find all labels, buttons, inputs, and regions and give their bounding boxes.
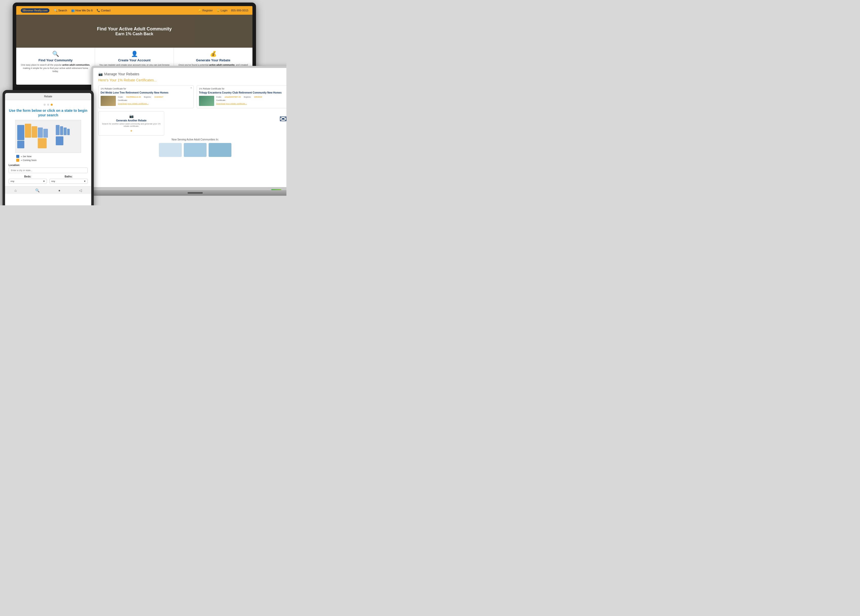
laptop-manage-title: 📷 Manage Your Rebates	[98, 72, 286, 76]
laptop-power-indicator	[271, 189, 281, 190]
state-shape-2	[184, 143, 207, 157]
svg-rect-2	[17, 141, 24, 148]
tablet-bed-bath-row: Beds: Any ▼ Baths: Any ▼	[9, 175, 88, 184]
tablet-back-icon[interactable]: ◁	[79, 189, 82, 192]
beds-chevron-icon: ▼	[43, 180, 45, 182]
legend-serving-label: = Ser Now	[21, 155, 31, 158]
laptop-subtitle: Here's Your 1% Rebate Certificates...	[98, 78, 286, 82]
create-account-icon: 👤	[99, 51, 170, 57]
monitor-card-find: 🔍 Find Your Community One easy place to …	[16, 48, 95, 84]
rebate-download-link-2[interactable]: Download your rebate certificate ↓	[216, 102, 286, 105]
rebate-image-1	[100, 96, 116, 106]
tablet-menu-icon[interactable]: ●	[58, 189, 60, 192]
laptop-device: 📷 Manage Your Rebates Here's Your 1% Reb…	[91, 66, 286, 205]
monitor-login-link[interactable]: 🔓 Login	[217, 9, 228, 12]
monitor-navbar: 5Boomer Realty.com 🔍 Search 👥 How We Do …	[16, 6, 253, 15]
monitor-register-link[interactable]: 🔑 Register	[198, 9, 213, 12]
rebate-expires-val-2: 6/5/2019	[254, 96, 262, 98]
envelope-icon: ✉	[279, 114, 286, 124]
monitor-nav-search[interactable]: 🔍 Search	[54, 9, 67, 12]
legend-serving: = Ser Now	[16, 155, 88, 158]
monitor-hero-line2: Earn 1% Cash Back	[115, 32, 153, 36]
rebate-cert-label-1: Certificate:	[118, 99, 127, 101]
rebate-close-1[interactable]: ×	[190, 86, 192, 89]
tablet-device: Rebate Use the form below or click on a …	[3, 90, 94, 205]
monitor-nav-contact[interactable]: 📞 Contact	[97, 9, 110, 12]
tablet-carousel-dots	[9, 104, 88, 106]
laptop-screen: 📷 Manage Your Rebates Here's Your 1% Reb…	[93, 68, 286, 187]
laptop-base	[86, 190, 286, 196]
us-map-svg	[15, 120, 81, 153]
rebate-code-val-2: a4aafd437007-44	[224, 96, 241, 98]
svg-rect-10	[67, 129, 70, 135]
monitor-nav-right: 🔑 Register 🔓 Login 855-999-0015	[198, 9, 248, 12]
laptop-generate-text: Search for another active adult communit…	[101, 123, 162, 127]
monitor-hero: Find Your Active Adult Community Earn 1%…	[16, 15, 253, 48]
rebate-title-2: 1% Rebate Certificate for	[199, 88, 286, 90]
laptop-body: 📷 Manage Your Rebates Here's Your 1% Reb…	[91, 66, 286, 190]
monitor-card-account-title: Create Your Account	[99, 58, 170, 62]
rebate-code-label-1: Code:	[118, 96, 123, 98]
rebate-info-2: Code: a4aafd437007-44 Expires: 6/5/2019 …	[216, 96, 286, 105]
find-community-icon: 🔍	[20, 51, 91, 57]
rebate-cert-row-1: Certificate:	[118, 99, 191, 101]
tablet-baths-select[interactable]: Any ▼	[49, 179, 88, 184]
tablet-location-input[interactable]	[9, 168, 88, 173]
state-shape-1	[159, 143, 182, 157]
svg-rect-1	[17, 125, 24, 140]
rebate-info-1: Code: 03eff966ecd-44 Expires: 11/2/2017 …	[118, 96, 191, 105]
monitor-phone: 855-999-0015	[231, 9, 248, 12]
rebate-name-2: Trilogy Encanterra Country Club Retireme…	[199, 91, 286, 94]
rebate-expires-val-1: 11/2/2017	[154, 96, 163, 98]
svg-rect-11	[56, 137, 63, 145]
people-icon: 👥	[71, 9, 75, 12]
rebate-cert-label-2: Certificate:	[216, 99, 226, 101]
monitor-hero-line1: Find Your Active Adult Community	[97, 27, 172, 32]
rebate-title-1: 1% Rebate Certificate for	[100, 88, 191, 90]
tablet-header-text: Rebate	[44, 95, 52, 98]
tablet-us-map[interactable]	[15, 120, 81, 153]
tablet-location-label: Location:	[9, 164, 88, 167]
laptop-hinge	[188, 192, 203, 194]
tablet-beds-label: Beds:	[9, 175, 47, 178]
svg-rect-5	[38, 127, 43, 138]
laptop-bottom-row: 📷 Generate Another Rebate Search for ano…	[98, 111, 286, 136]
monitor-nav-how[interactable]: 👥 How We Do It	[71, 9, 93, 12]
svg-rect-4	[32, 126, 37, 138]
tablet-beds-select[interactable]: Any ▼	[9, 179, 47, 184]
tablet-baths-label: Baths:	[49, 175, 88, 178]
monitor-logo: 5Boomer Realty.com	[20, 8, 50, 13]
svg-rect-3	[25, 124, 31, 138]
tablet-map-legend: = Ser Now = Coming Soon	[9, 155, 88, 162]
generate-another-icon: 📷	[101, 114, 162, 118]
tablet-bottom-bar: ⌂ 🔍 ● ◁	[5, 186, 91, 194]
login-icon: 🔓	[217, 9, 220, 12]
laptop-rebate-card-1: × 1% Rebate Certificate for Del Webb Lon…	[98, 85, 194, 108]
tablet-header: Rebate	[5, 93, 91, 100]
svg-rect-6	[43, 129, 48, 138]
rebate-code-val-1: 03eff966ecd-44	[126, 96, 141, 98]
tablet-home-icon[interactable]: ⌂	[14, 189, 16, 192]
laptop-serving-text: Now Serving Active Adult Communities In:	[98, 138, 286, 141]
manage-icon: 📷	[98, 72, 103, 76]
svg-rect-12	[38, 138, 47, 148]
rebate-expires-label-2: Expires:	[244, 96, 251, 98]
svg-rect-9	[64, 127, 67, 135]
tablet-search-heading: Use the form below or click on a state t…	[9, 108, 88, 117]
legend-serving-box	[16, 155, 19, 158]
tablet-beds-group: Beds: Any ▼	[9, 175, 47, 184]
carousel-dot-1[interactable]	[44, 104, 46, 106]
monitor-card-rebate-title: Generate Your Rebate	[177, 58, 249, 62]
tablet-content: Use the form below or click on a state t…	[5, 100, 91, 186]
legend-coming-label: = Coming Soon	[21, 159, 36, 162]
laptop-generate-btn[interactable]: +	[101, 129, 162, 133]
rebate-code-row-2: Code: a4aafd437007-44 Expires: 6/5/2019	[216, 96, 286, 98]
carousel-dot-3[interactable]	[51, 104, 53, 106]
rebate-code-label-2: Code:	[216, 96, 221, 98]
tablet-search-icon[interactable]: 🔍	[35, 189, 39, 192]
rebate-download-link-1[interactable]: Download your rebate certificate ↓	[118, 102, 191, 105]
rebate-image-2	[199, 96, 214, 106]
tablet-screen: Rebate Use the form below or click on a …	[5, 93, 91, 205]
carousel-dot-2[interactable]	[47, 104, 49, 106]
tablet-baths-group: Baths: Any ▼	[49, 175, 88, 184]
